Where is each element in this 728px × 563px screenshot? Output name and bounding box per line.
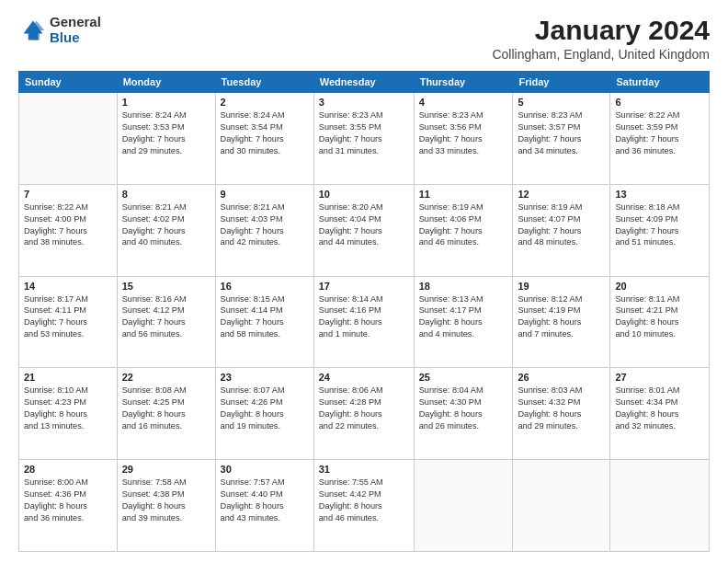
calendar-cell: 14Sunrise: 8:17 AMSunset: 4:11 PMDayligh… (19, 276, 118, 368)
day-number: 5 (518, 97, 605, 108)
calendar-cell: 28Sunrise: 8:00 AMSunset: 4:36 PMDayligh… (19, 460, 118, 552)
day-detail: Sunrise: 8:24 AMSunset: 3:53 PMDaylight:… (122, 109, 210, 157)
day-number: 24 (319, 372, 409, 383)
calendar-cell: 31Sunrise: 7:55 AMSunset: 4:42 PMDayligh… (313, 460, 414, 552)
calendar-cell: 8Sunrise: 8:21 AMSunset: 4:02 PMDaylight… (117, 184, 215, 276)
day-detail: Sunrise: 8:03 AMSunset: 4:32 PMDaylight:… (518, 385, 605, 432)
day-detail: Sunrise: 8:11 AMSunset: 4:21 PMDaylight:… (615, 293, 704, 341)
calendar-cell: 20Sunrise: 8:11 AMSunset: 4:21 PMDayligh… (610, 276, 710, 368)
day-number: 23 (221, 372, 309, 383)
day-detail: Sunrise: 8:18 AMSunset: 4:09 PMDaylight:… (615, 201, 704, 249)
logo-general-label: General (50, 15, 101, 30)
day-number: 22 (122, 372, 210, 383)
calendar-cell: 4Sunrise: 8:23 AMSunset: 3:56 PMDaylight… (414, 93, 513, 185)
calendar-body: 1Sunrise: 8:24 AMSunset: 3:53 PMDaylight… (19, 93, 710, 552)
month-title: January 2024 (492, 15, 710, 45)
calendar-cell: 1Sunrise: 8:24 AMSunset: 3:53 PMDaylight… (117, 93, 215, 185)
logo-icon (20, 17, 46, 43)
day-detail: Sunrise: 8:10 AMSunset: 4:23 PMDaylight:… (24, 385, 112, 432)
calendar-cell: 9Sunrise: 8:21 AMSunset: 4:03 PMDaylight… (215, 184, 313, 276)
calendar-cell (414, 460, 513, 552)
calendar-week-row: 21Sunrise: 8:10 AMSunset: 4:23 PMDayligh… (19, 368, 710, 460)
day-number: 8 (122, 189, 210, 200)
calendar-week-row: 14Sunrise: 8:17 AMSunset: 4:11 PMDayligh… (19, 276, 710, 368)
day-detail: Sunrise: 8:22 AMSunset: 4:00 PMDaylight:… (24, 201, 112, 249)
day-detail: Sunrise: 8:07 AMSunset: 4:26 PMDaylight:… (221, 385, 309, 432)
day-detail: Sunrise: 8:14 AMSunset: 4:16 PMDaylight:… (319, 293, 409, 341)
calendar-cell: 27Sunrise: 8:01 AMSunset: 4:34 PMDayligh… (610, 368, 710, 460)
calendar-cell: 17Sunrise: 8:14 AMSunset: 4:16 PMDayligh… (313, 276, 414, 368)
header: General Blue January 2024 Collingham, En… (18, 15, 710, 62)
calendar-cell: 11Sunrise: 8:19 AMSunset: 4:06 PMDayligh… (414, 184, 513, 276)
day-number: 2 (221, 97, 309, 108)
calendar-cell: 22Sunrise: 8:08 AMSunset: 4:25 PMDayligh… (117, 368, 215, 460)
calendar-cell: 18Sunrise: 8:13 AMSunset: 4:17 PMDayligh… (414, 276, 513, 368)
header-row: Sunday Monday Tuesday Wednesday Thursday… (19, 72, 710, 93)
day-detail: Sunrise: 8:08 AMSunset: 4:25 PMDaylight:… (122, 385, 210, 432)
page: General Blue January 2024 Collingham, En… (0, 0, 728, 563)
day-detail: Sunrise: 7:57 AMSunset: 4:40 PMDaylight:… (221, 477, 309, 524)
calendar-cell: 23Sunrise: 8:07 AMSunset: 4:26 PMDayligh… (215, 368, 313, 460)
calendar-cell: 13Sunrise: 8:18 AMSunset: 4:09 PMDayligh… (610, 184, 710, 276)
calendar-cell: 15Sunrise: 8:16 AMSunset: 4:12 PMDayligh… (117, 276, 215, 368)
calendar-cell: 10Sunrise: 8:20 AMSunset: 4:04 PMDayligh… (313, 184, 414, 276)
calendar-cell: 30Sunrise: 7:57 AMSunset: 4:40 PMDayligh… (215, 460, 313, 552)
day-detail: Sunrise: 8:19 AMSunset: 4:06 PMDaylight:… (419, 201, 508, 249)
calendar-cell (610, 460, 710, 552)
col-monday: Monday (117, 72, 215, 93)
day-number: 28 (24, 464, 112, 475)
calendar-cell: 16Sunrise: 8:15 AMSunset: 4:14 PMDayligh… (215, 276, 313, 368)
day-detail: Sunrise: 7:55 AMSunset: 4:42 PMDaylight:… (319, 477, 409, 524)
calendar-table: Sunday Monday Tuesday Wednesday Thursday… (18, 71, 710, 552)
calendar-header: Sunday Monday Tuesday Wednesday Thursday… (19, 72, 710, 93)
day-number: 30 (221, 464, 309, 475)
calendar-cell: 25Sunrise: 8:04 AMSunset: 4:30 PMDayligh… (414, 368, 513, 460)
calendar-cell: 2Sunrise: 8:24 AMSunset: 3:54 PMDaylight… (215, 93, 313, 185)
day-number: 29 (122, 464, 210, 475)
day-detail: Sunrise: 8:23 AMSunset: 3:55 PMDaylight:… (319, 109, 409, 157)
day-detail: Sunrise: 8:01 AMSunset: 4:34 PMDaylight:… (615, 385, 704, 432)
day-number: 16 (221, 281, 309, 292)
day-number: 4 (419, 97, 508, 108)
logo-blue-label: Blue (50, 30, 101, 46)
calendar-cell: 21Sunrise: 8:10 AMSunset: 4:23 PMDayligh… (19, 368, 118, 460)
day-number: 27 (615, 372, 704, 383)
day-number: 1 (122, 97, 210, 108)
calendar-cell: 12Sunrise: 8:19 AMSunset: 4:07 PMDayligh… (513, 184, 610, 276)
day-number: 11 (419, 189, 508, 200)
col-thursday: Thursday (414, 72, 513, 93)
day-number: 13 (615, 189, 704, 200)
day-detail: Sunrise: 8:16 AMSunset: 4:12 PMDaylight:… (122, 293, 210, 341)
calendar-cell (513, 460, 610, 552)
day-detail: Sunrise: 8:24 AMSunset: 3:54 PMDaylight:… (221, 109, 309, 157)
day-number: 15 (122, 281, 210, 292)
calendar-cell: 24Sunrise: 8:06 AMSunset: 4:28 PMDayligh… (313, 368, 414, 460)
day-number: 6 (615, 97, 704, 108)
day-detail: Sunrise: 8:12 AMSunset: 4:19 PMDaylight:… (518, 293, 605, 341)
day-number: 19 (518, 281, 605, 292)
col-saturday: Saturday (610, 72, 710, 93)
day-number: 21 (24, 372, 112, 383)
calendar-cell: 26Sunrise: 8:03 AMSunset: 4:32 PMDayligh… (513, 368, 610, 460)
calendar-cell: 5Sunrise: 8:23 AMSunset: 3:57 PMDaylight… (513, 93, 610, 185)
day-number: 7 (24, 189, 112, 200)
day-number: 26 (518, 372, 605, 383)
day-number: 10 (319, 189, 409, 200)
location: Collingham, England, United Kingdom (492, 47, 710, 62)
calendar-week-row: 28Sunrise: 8:00 AMSunset: 4:36 PMDayligh… (19, 460, 710, 552)
calendar-cell (19, 93, 118, 185)
day-number: 25 (419, 372, 508, 383)
day-detail: Sunrise: 8:23 AMSunset: 3:56 PMDaylight:… (419, 109, 508, 157)
day-detail: Sunrise: 8:20 AMSunset: 4:04 PMDaylight:… (319, 201, 409, 249)
col-wednesday: Wednesday (313, 72, 414, 93)
day-detail: Sunrise: 8:00 AMSunset: 4:36 PMDaylight:… (24, 477, 112, 524)
day-detail: Sunrise: 8:06 AMSunset: 4:28 PMDaylight:… (319, 385, 409, 432)
day-number: 14 (24, 281, 112, 292)
calendar-cell: 19Sunrise: 8:12 AMSunset: 4:19 PMDayligh… (513, 276, 610, 368)
day-number: 12 (518, 189, 605, 200)
col-sunday: Sunday (19, 72, 118, 93)
calendar-cell: 29Sunrise: 7:58 AMSunset: 4:38 PMDayligh… (117, 460, 215, 552)
calendar-week-row: 7Sunrise: 8:22 AMSunset: 4:00 PMDaylight… (19, 184, 710, 276)
day-number: 9 (221, 189, 309, 200)
day-detail: Sunrise: 8:21 AMSunset: 4:03 PMDaylight:… (221, 201, 309, 249)
